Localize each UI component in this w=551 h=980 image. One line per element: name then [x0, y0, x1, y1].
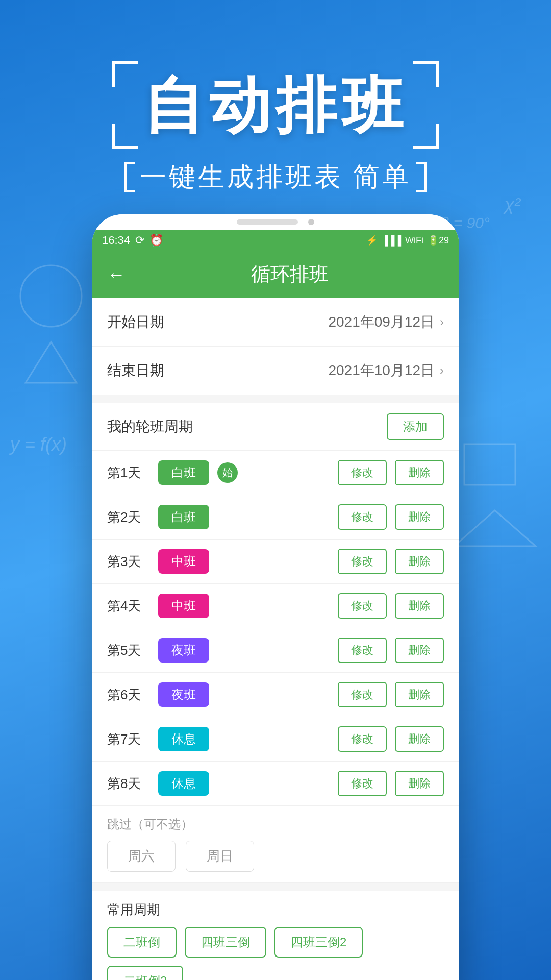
day-1-shift: 白班 [158, 460, 209, 485]
common-options: 二班倒 四班三倒 四班三倒2 二班倒2 [107, 927, 444, 980]
day-row-4: 第4天 中班 修改 删除 [92, 584, 459, 628]
day-4-delete-button[interactable]: 删除 [395, 593, 444, 619]
day-8-label: 第8天 [107, 775, 158, 793]
day-2-label: 第2天 [107, 508, 158, 526]
status-left: 16:34 ⟳ ⏰ [102, 234, 163, 247]
day-6-actions: 修改 删除 [338, 682, 444, 707]
day-3-delete-button[interactable]: 删除 [395, 549, 444, 574]
skip-section: 跳过（可不选） 周六 周日 [92, 806, 459, 883]
svg-marker-3 [454, 510, 536, 546]
day-row-3: 第3天 中班 修改 删除 [92, 540, 459, 584]
day-5-actions: 修改 删除 [338, 638, 444, 663]
status-sync-icon: ⟳ [135, 234, 144, 247]
back-button[interactable]: ← [107, 264, 126, 285]
bracket-container: 自动排班 [112, 61, 439, 149]
skip-sunday-button[interactable]: 周日 [186, 841, 254, 872]
section-divider-1 [92, 395, 459, 403]
deco-formula-1: χ² [504, 194, 520, 215]
common-option-4[interactable]: 二班倒2 [107, 966, 183, 980]
end-date-value: 2021年10月12日 › [328, 361, 444, 380]
sub-bracket-l [124, 162, 135, 192]
day-7-delete-button[interactable]: 删除 [395, 726, 444, 752]
bracket-tl [112, 61, 138, 87]
day-4-shift: 中班 [158, 594, 209, 618]
day-5-modify-button[interactable]: 修改 [338, 638, 387, 663]
start-date-chevron: › [440, 315, 444, 329]
hero-section: 自动排班 一键生成排班表 简单 [0, 61, 551, 195]
battery-indicator: 🔋29 [428, 235, 449, 246]
day-5-shift: 夜班 [158, 638, 209, 663]
day-8-modify-button[interactable]: 修改 [338, 771, 387, 796]
status-right: ⚡ ▐▐▐ WiFi 🔋29 [366, 235, 449, 246]
status-alarm-icon: ⏰ [149, 234, 163, 247]
svg-rect-2 [464, 444, 515, 485]
section-divider-2 [92, 883, 459, 891]
cycle-header: 我的轮班周期 添加 [92, 403, 459, 451]
day-1-label: 第1天 [107, 464, 158, 482]
day-8-shift: 休息 [158, 771, 209, 796]
svg-point-0 [20, 265, 82, 327]
common-option-2[interactable]: 四班三倒 [185, 927, 266, 958]
day-8-delete-button[interactable]: 删除 [395, 771, 444, 796]
bracket-br [413, 124, 439, 149]
skip-label: 跳过（可不选） [107, 816, 444, 832]
app-bar: ← 循环排班 [92, 251, 459, 298]
day-6-modify-button[interactable]: 修改 [338, 682, 387, 707]
day-4-label: 第4天 [107, 597, 158, 615]
day-2-actions: 修改 删除 [338, 504, 444, 530]
day-1-start-badge: 始 [217, 462, 238, 483]
sub-title-container: 一键生成排班表 简单 [140, 159, 411, 195]
start-date-value: 2021年09月12日 › [328, 312, 444, 332]
common-option-1[interactable]: 二班倒 [107, 927, 177, 958]
day-7-label: 第7天 [107, 730, 158, 748]
main-title: 自动排班 [143, 71, 408, 139]
bracket-tr [413, 61, 439, 87]
day-1-modify-button[interactable]: 修改 [338, 460, 387, 485]
day-row-2: 第2天 白班 修改 删除 [92, 495, 459, 540]
deco-formula-3: y = f(x) [10, 434, 67, 455]
day-3-shift: 中班 [158, 549, 209, 574]
signal-icon: ▐▐▐ [382, 235, 401, 246]
day-3-actions: 修改 删除 [338, 549, 444, 574]
day-row-1: 第1天 白班 始 修改 删除 [92, 451, 459, 495]
day-8-actions: 修改 删除 [338, 771, 444, 796]
phone-top-bar [92, 214, 459, 230]
common-option-3[interactable]: 四班三倒2 [274, 927, 363, 958]
background: χ² α + β = 90° y = f(x) 自动排班 一键生成排班表 简单 [0, 0, 551, 980]
day-7-actions: 修改 删除 [338, 726, 444, 752]
day-5-delete-button[interactable]: 删除 [395, 638, 444, 663]
day-1-delete-button[interactable]: 删除 [395, 460, 444, 485]
content-area: 开始日期 2021年09月12日 › 结束日期 2021年10月12日 › 我的… [92, 298, 459, 980]
phone-camera [308, 219, 314, 225]
app-bar-title: 循环排班 [136, 261, 444, 287]
day-6-label: 第6天 [107, 686, 158, 704]
status-time: 16:34 [102, 234, 130, 247]
cycle-header-label: 我的轮班周期 [107, 417, 193, 436]
start-date-label: 开始日期 [107, 312, 164, 332]
day-7-modify-button[interactable]: 修改 [338, 726, 387, 752]
day-row-5: 第5天 夜班 修改 删除 [92, 628, 459, 673]
day-4-modify-button[interactable]: 修改 [338, 593, 387, 619]
start-date-text: 2021年09月12日 [328, 312, 435, 332]
end-date-text: 2021年10月12日 [328, 361, 435, 380]
day-7-shift: 休息 [158, 727, 209, 751]
end-date-chevron: › [440, 363, 444, 378]
phone-speaker [237, 219, 298, 225]
end-date-label: 结束日期 [107, 361, 164, 380]
day-4-actions: 修改 删除 [338, 593, 444, 619]
bracket-bl [112, 124, 138, 149]
phone-mockup: 16:34 ⟳ ⏰ ⚡ ▐▐▐ WiFi 🔋29 ← 循环排班 开始日期 2 [92, 214, 459, 980]
start-date-row[interactable]: 开始日期 2021年09月12日 › [92, 298, 459, 347]
skip-saturday-button[interactable]: 周六 [107, 841, 176, 872]
skip-options: 周六 周日 [107, 841, 444, 872]
end-date-row[interactable]: 结束日期 2021年10月12日 › [92, 347, 459, 395]
day-2-modify-button[interactable]: 修改 [338, 504, 387, 530]
day-2-delete-button[interactable]: 删除 [395, 504, 444, 530]
common-section: 常用周期 二班倒 四班三倒 四班三倒2 二班倒2 [92, 891, 459, 980]
day-6-delete-button[interactable]: 删除 [395, 682, 444, 707]
deco-shapes-right [454, 434, 546, 561]
bluetooth-icon: ⚡ [366, 235, 378, 246]
add-cycle-button[interactable]: 添加 [387, 413, 444, 440]
day-3-modify-button[interactable]: 修改 [338, 549, 387, 574]
sub-bracket-r [416, 162, 427, 192]
